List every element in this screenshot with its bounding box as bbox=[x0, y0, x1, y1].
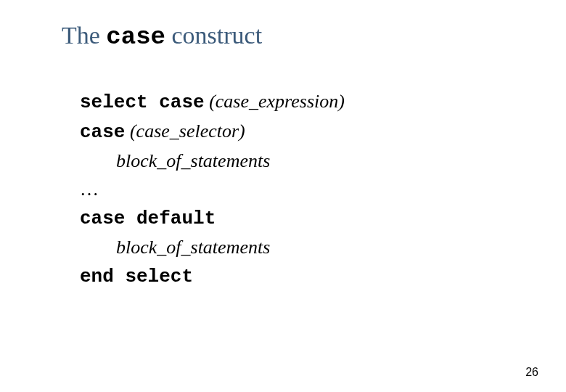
title-suffix: construct bbox=[165, 22, 262, 49]
block-statements-1: block_of_statements bbox=[116, 150, 270, 171]
code-line-7: end select bbox=[80, 261, 504, 291]
code-line-6: block_of_statements bbox=[116, 233, 504, 261]
code-line-5: case default bbox=[80, 203, 504, 233]
keyword-case: case bbox=[80, 121, 125, 143]
open-paren-2: ( bbox=[125, 121, 136, 142]
keyword-select-case: select case bbox=[80, 91, 205, 113]
title-mono: case bbox=[106, 23, 165, 51]
close-paren-1: ) bbox=[338, 91, 345, 112]
code-line-1: select case (case_expression) bbox=[80, 87, 504, 117]
page-number: 26 bbox=[525, 366, 538, 379]
close-paren-2: ) bbox=[239, 121, 245, 142]
block-statements-2: block_of_statements bbox=[116, 237, 270, 258]
title-prefix: The bbox=[62, 22, 106, 49]
case-expression: case_expression bbox=[216, 91, 338, 112]
keyword-end-select: end select bbox=[80, 266, 193, 287]
ellipsis: … bbox=[80, 179, 99, 200]
keyword-case-default: case default bbox=[80, 208, 216, 229]
code-block: select case (case_expression) case (case… bbox=[80, 87, 504, 291]
open-paren-1: ( bbox=[205, 91, 216, 112]
slide-title: The case construct bbox=[62, 22, 504, 51]
code-line-4: … bbox=[80, 175, 504, 203]
code-line-2: case (case_selector) bbox=[80, 117, 504, 147]
code-line-3: block_of_statements bbox=[116, 147, 504, 175]
slide-content: The case construct select case (case_exp… bbox=[0, 0, 566, 291]
case-selector: case_selector bbox=[136, 121, 239, 142]
